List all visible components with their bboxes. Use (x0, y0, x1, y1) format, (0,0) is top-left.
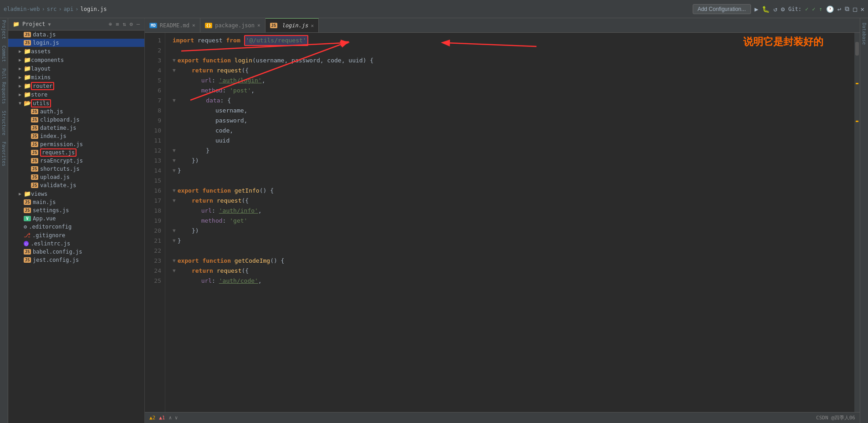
list-item[interactable]: ○ .eslintrc.js (8, 240, 144, 248)
list-item[interactable]: V App.vue (8, 214, 144, 223)
file-label: index.js (40, 133, 66, 139)
list-item[interactable]: JS datetime.js (8, 124, 144, 132)
list-item[interactable]: ▶ 📁 store (8, 90, 144, 99)
tree-arrow-icon: ▶ (17, 191, 23, 196)
file-label: upload.js (40, 174, 70, 180)
file-label: permission.js (40, 141, 83, 148)
settings-gear-icon[interactable]: ⚙ (781, 5, 785, 13)
code-content[interactable]: import request from '@/utils/request' ▼e… (165, 33, 854, 412)
list-item[interactable]: JS main.js (8, 198, 144, 206)
tab-package[interactable]: {} package.json ✕ (200, 18, 266, 32)
sort-icon[interactable]: ≡ (116, 21, 119, 27)
config-icon: ⚙ (24, 224, 27, 230)
file-label: .gitignore (32, 232, 65, 239)
nav-arrows[interactable]: ∧ ∨ (169, 415, 178, 421)
list-item[interactable]: ▶ 📁 router (8, 82, 144, 90)
breadcrumb-item[interactable]: src (47, 6, 57, 12)
js-file-icon: JS (24, 208, 31, 213)
sidebar-tree: JS data.js JS login.js ▶ 📁 assets ▶ (8, 31, 144, 423)
activity-database[interactable]: Database (862, 20, 867, 47)
activity-project[interactable]: Project (1, 20, 6, 39)
file-label: .editorconfig (29, 224, 71, 230)
activity-structure[interactable]: Structure (1, 111, 6, 135)
js-file-icon: JS (31, 183, 38, 188)
vertical-scrollbar[interactable] (854, 33, 860, 412)
reload-icon[interactable]: ↺ (773, 5, 777, 13)
undo-icon[interactable]: ↩ (837, 5, 841, 13)
fold-icon: ▼ (173, 56, 176, 65)
window-icon[interactable]: ⧉ (845, 5, 849, 13)
close-icon[interactable]: ✕ (861, 5, 864, 13)
credit-label: CSDN @四季人06 (816, 414, 855, 421)
git-history-icon[interactable]: 🕐 (826, 5, 834, 13)
editor-tabs: MD README.md ✕ {} package.json ✕ JS logi… (145, 18, 860, 33)
folder-label: views (31, 191, 47, 197)
tab-close-icon[interactable]: ✕ (257, 22, 260, 28)
git-label: Git: (788, 6, 802, 12)
git-push-icon[interactable]: ↑ (819, 6, 822, 12)
breadcrumb-item[interactable]: eladmin-web (4, 6, 40, 12)
code-line: code, (173, 126, 854, 136)
fold-icon: ▼ (173, 267, 176, 275)
folder-label: mixins (31, 74, 51, 81)
folder-icon: 📁 (24, 65, 31, 72)
list-item[interactable]: JS settings.js (8, 206, 144, 214)
activity-commit[interactable]: Commit (1, 46, 6, 62)
file-label: rsaEncrypt.js (40, 158, 83, 164)
run-icon[interactable]: ▶ (755, 5, 758, 13)
file-label: babel.config.js (33, 249, 82, 255)
main-layout: Project Commit Pull Requests Structure F… (0, 18, 868, 423)
list-item[interactable]: ▶ 📁 assets (8, 47, 144, 56)
list-item[interactable]: JS permission.js (8, 140, 144, 148)
list-item[interactable]: JS index.js (8, 132, 144, 140)
folder-icon: 📁 (24, 48, 31, 55)
list-item[interactable]: JS upload.js (8, 173, 144, 181)
tab-readme[interactable]: MD README.md ✕ (145, 18, 200, 32)
list-item[interactable]: JS login.js (8, 39, 144, 47)
list-item[interactable]: ▶ 📁 mixins (8, 73, 144, 82)
settings-icon[interactable]: ⚙ (130, 21, 133, 27)
list-item[interactable]: ▶ 📁 components (8, 56, 144, 64)
list-item[interactable]: JS request.js (8, 148, 144, 157)
list-item[interactable]: JS auth.js (8, 107, 144, 116)
list-item[interactable]: ▶ 📁 views (8, 189, 144, 198)
folder-icon: 📁 (24, 74, 31, 81)
folder-icon: 📁 (13, 21, 20, 27)
js-file-icon: JS (24, 40, 31, 46)
close-sidebar-icon[interactable]: — (137, 21, 140, 27)
js-file-icon: JS (31, 142, 38, 147)
list-item[interactable]: ⚙ .editorconfig (8, 223, 144, 231)
list-item[interactable]: ▼ 📂 utils (8, 99, 144, 107)
top-bar: eladmin-web › src › api › login.js Add C… (0, 0, 868, 18)
list-item[interactable]: JS jest.config.js (8, 256, 144, 264)
list-item[interactable]: ⎇ .gitignore (8, 231, 144, 240)
breadcrumb-item[interactable]: api (64, 6, 74, 12)
js-file-icon: JS (31, 133, 38, 139)
tree-arrow-icon: ▶ (17, 49, 23, 54)
code-line (173, 176, 854, 186)
debug-icon[interactable]: 🐛 (762, 5, 770, 13)
list-item[interactable]: JS rsaEncrypt.js (8, 157, 144, 165)
list-item[interactable]: JS clipboard.js (8, 116, 144, 124)
tab-login[interactable]: JS login.js ✕ (266, 18, 319, 32)
js-file-icon: JS (31, 158, 38, 163)
maximize-icon[interactable]: □ (853, 5, 857, 13)
activity-favorites[interactable]: Favorites (1, 142, 6, 166)
filter-icon[interactable]: ⇅ (123, 21, 126, 27)
activity-pull[interactable]: Pull Requests (1, 68, 6, 104)
list-item[interactable]: JS validate.js (8, 181, 144, 189)
git-check2-icon: ✓ (812, 6, 815, 12)
fold-icon: ▼ (173, 66, 176, 75)
collapse-all-icon[interactable]: ⊕ (109, 21, 112, 27)
warning-badge: ▲2 (149, 415, 155, 421)
js-file-icon: JS (24, 199, 31, 205)
list-item[interactable]: JS babel.config.js (8, 248, 144, 256)
list-item[interactable]: JS shortcuts.js (8, 165, 144, 173)
dropdown-icon[interactable]: ▼ (48, 22, 51, 27)
tab-close-icon[interactable]: ✕ (311, 23, 314, 29)
add-configuration-button[interactable]: Add Configuration... (693, 4, 751, 14)
fold-icon: ▼ (173, 197, 176, 205)
tab-close-icon[interactable]: ✕ (192, 22, 195, 28)
list-item[interactable]: ▶ 📁 layout (8, 64, 144, 73)
list-item[interactable]: JS data.js (8, 31, 144, 39)
